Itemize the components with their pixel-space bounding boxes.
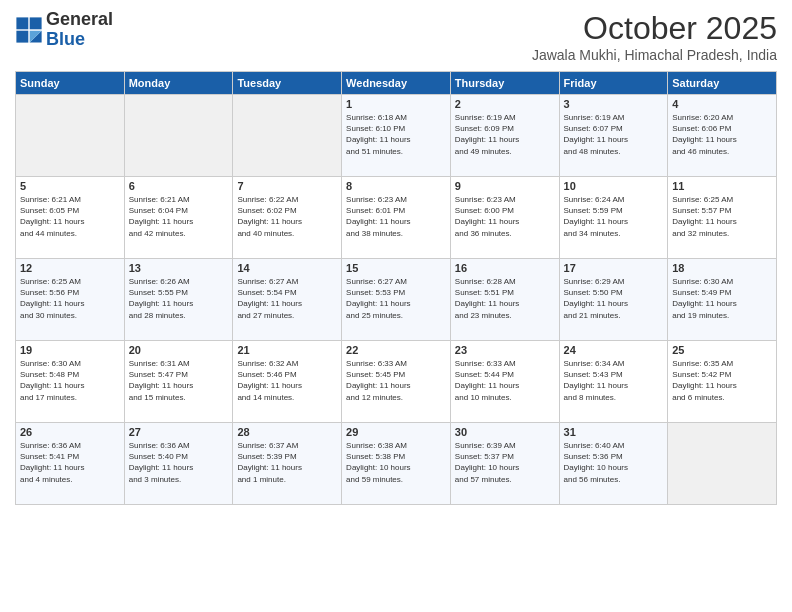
- calendar-cell: 2Sunrise: 6:19 AM Sunset: 6:09 PM Daylig…: [450, 95, 559, 177]
- svg-rect-3: [16, 30, 28, 42]
- logo: General Blue: [15, 10, 113, 50]
- day-number: 15: [346, 262, 446, 274]
- calendar-cell: 21Sunrise: 6:32 AM Sunset: 5:46 PM Dayli…: [233, 341, 342, 423]
- day-number: 19: [20, 344, 120, 356]
- day-info: Sunrise: 6:40 AM Sunset: 5:36 PM Dayligh…: [564, 440, 664, 485]
- day-number: 30: [455, 426, 555, 438]
- day-info: Sunrise: 6:21 AM Sunset: 6:05 PM Dayligh…: [20, 194, 120, 239]
- day-number: 3: [564, 98, 664, 110]
- svg-rect-1: [16, 17, 28, 29]
- day-info: Sunrise: 6:39 AM Sunset: 5:37 PM Dayligh…: [455, 440, 555, 485]
- calendar-cell: 9Sunrise: 6:23 AM Sunset: 6:00 PM Daylig…: [450, 177, 559, 259]
- calendar-cell: 30Sunrise: 6:39 AM Sunset: 5:37 PM Dayli…: [450, 423, 559, 505]
- day-info: Sunrise: 6:23 AM Sunset: 6:00 PM Dayligh…: [455, 194, 555, 239]
- day-number: 5: [20, 180, 120, 192]
- day-info: Sunrise: 6:35 AM Sunset: 5:42 PM Dayligh…: [672, 358, 772, 403]
- day-info: Sunrise: 6:22 AM Sunset: 6:02 PM Dayligh…: [237, 194, 337, 239]
- day-number: 27: [129, 426, 229, 438]
- day-number: 25: [672, 344, 772, 356]
- day-number: 6: [129, 180, 229, 192]
- day-info: Sunrise: 6:25 AM Sunset: 5:57 PM Dayligh…: [672, 194, 772, 239]
- calendar-cell: 18Sunrise: 6:30 AM Sunset: 5:49 PM Dayli…: [668, 259, 777, 341]
- day-number: 10: [564, 180, 664, 192]
- day-number: 23: [455, 344, 555, 356]
- calendar-week-3: 12Sunrise: 6:25 AM Sunset: 5:56 PM Dayli…: [16, 259, 777, 341]
- day-info: Sunrise: 6:25 AM Sunset: 5:56 PM Dayligh…: [20, 276, 120, 321]
- day-number: 4: [672, 98, 772, 110]
- calendar-week-2: 5Sunrise: 6:21 AM Sunset: 6:05 PM Daylig…: [16, 177, 777, 259]
- day-number: 13: [129, 262, 229, 274]
- calendar-cell: 25Sunrise: 6:35 AM Sunset: 5:42 PM Dayli…: [668, 341, 777, 423]
- calendar-cell: 6Sunrise: 6:21 AM Sunset: 6:04 PM Daylig…: [124, 177, 233, 259]
- day-number: 22: [346, 344, 446, 356]
- day-header-monday: Monday: [124, 72, 233, 95]
- day-number: 20: [129, 344, 229, 356]
- location: Jawala Mukhi, Himachal Pradesh, India: [532, 47, 777, 63]
- day-info: Sunrise: 6:19 AM Sunset: 6:07 PM Dayligh…: [564, 112, 664, 157]
- calendar-cell: [233, 95, 342, 177]
- day-info: Sunrise: 6:30 AM Sunset: 5:48 PM Dayligh…: [20, 358, 120, 403]
- calendar-container: General Blue October 2025 Jawala Mukhi, …: [0, 0, 792, 513]
- day-info: Sunrise: 6:30 AM Sunset: 5:49 PM Dayligh…: [672, 276, 772, 321]
- day-info: Sunrise: 6:29 AM Sunset: 5:50 PM Dayligh…: [564, 276, 664, 321]
- calendar-cell: 7Sunrise: 6:22 AM Sunset: 6:02 PM Daylig…: [233, 177, 342, 259]
- day-info: Sunrise: 6:27 AM Sunset: 5:54 PM Dayligh…: [237, 276, 337, 321]
- day-number: 31: [564, 426, 664, 438]
- day-info: Sunrise: 6:20 AM Sunset: 6:06 PM Dayligh…: [672, 112, 772, 157]
- day-number: 7: [237, 180, 337, 192]
- calendar-cell: [668, 423, 777, 505]
- day-info: Sunrise: 6:19 AM Sunset: 6:09 PM Dayligh…: [455, 112, 555, 157]
- calendar-cell: 24Sunrise: 6:34 AM Sunset: 5:43 PM Dayli…: [559, 341, 668, 423]
- day-number: 26: [20, 426, 120, 438]
- day-info: Sunrise: 6:33 AM Sunset: 5:44 PM Dayligh…: [455, 358, 555, 403]
- calendar-body: 1Sunrise: 6:18 AM Sunset: 6:10 PM Daylig…: [16, 95, 777, 505]
- day-number: 8: [346, 180, 446, 192]
- calendar-cell: 13Sunrise: 6:26 AM Sunset: 5:55 PM Dayli…: [124, 259, 233, 341]
- calendar-cell: 23Sunrise: 6:33 AM Sunset: 5:44 PM Dayli…: [450, 341, 559, 423]
- day-header-tuesday: Tuesday: [233, 72, 342, 95]
- calendar-cell: 20Sunrise: 6:31 AM Sunset: 5:47 PM Dayli…: [124, 341, 233, 423]
- day-info: Sunrise: 6:34 AM Sunset: 5:43 PM Dayligh…: [564, 358, 664, 403]
- title-block: October 2025 Jawala Mukhi, Himachal Prad…: [532, 10, 777, 63]
- logo-text: General Blue: [46, 10, 113, 50]
- day-info: Sunrise: 6:18 AM Sunset: 6:10 PM Dayligh…: [346, 112, 446, 157]
- calendar-cell: 27Sunrise: 6:36 AM Sunset: 5:40 PM Dayli…: [124, 423, 233, 505]
- calendar-header-row: SundayMondayTuesdayWednesdayThursdayFrid…: [16, 72, 777, 95]
- day-info: Sunrise: 6:27 AM Sunset: 5:53 PM Dayligh…: [346, 276, 446, 321]
- day-header-sunday: Sunday: [16, 72, 125, 95]
- calendar-cell: 12Sunrise: 6:25 AM Sunset: 5:56 PM Dayli…: [16, 259, 125, 341]
- calendar-week-5: 26Sunrise: 6:36 AM Sunset: 5:41 PM Dayli…: [16, 423, 777, 505]
- day-info: Sunrise: 6:24 AM Sunset: 5:59 PM Dayligh…: [564, 194, 664, 239]
- calendar-cell: [124, 95, 233, 177]
- day-number: 11: [672, 180, 772, 192]
- calendar-table: SundayMondayTuesdayWednesdayThursdayFrid…: [15, 71, 777, 505]
- calendar-cell: 17Sunrise: 6:29 AM Sunset: 5:50 PM Dayli…: [559, 259, 668, 341]
- calendar-cell: 5Sunrise: 6:21 AM Sunset: 6:05 PM Daylig…: [16, 177, 125, 259]
- logo-icon: [15, 16, 43, 44]
- calendar-cell: 26Sunrise: 6:36 AM Sunset: 5:41 PM Dayli…: [16, 423, 125, 505]
- day-info: Sunrise: 6:26 AM Sunset: 5:55 PM Dayligh…: [129, 276, 229, 321]
- day-info: Sunrise: 6:36 AM Sunset: 5:41 PM Dayligh…: [20, 440, 120, 485]
- svg-rect-2: [30, 17, 42, 29]
- day-number: 28: [237, 426, 337, 438]
- month-title: October 2025: [532, 10, 777, 47]
- calendar-cell: 3Sunrise: 6:19 AM Sunset: 6:07 PM Daylig…: [559, 95, 668, 177]
- calendar-cell: 29Sunrise: 6:38 AM Sunset: 5:38 PM Dayli…: [342, 423, 451, 505]
- day-info: Sunrise: 6:23 AM Sunset: 6:01 PM Dayligh…: [346, 194, 446, 239]
- calendar-cell: 11Sunrise: 6:25 AM Sunset: 5:57 PM Dayli…: [668, 177, 777, 259]
- day-info: Sunrise: 6:38 AM Sunset: 5:38 PM Dayligh…: [346, 440, 446, 485]
- calendar-cell: 1Sunrise: 6:18 AM Sunset: 6:10 PM Daylig…: [342, 95, 451, 177]
- day-info: Sunrise: 6:31 AM Sunset: 5:47 PM Dayligh…: [129, 358, 229, 403]
- day-header-saturday: Saturday: [668, 72, 777, 95]
- calendar-cell: 22Sunrise: 6:33 AM Sunset: 5:45 PM Dayli…: [342, 341, 451, 423]
- logo-blue: Blue: [46, 29, 85, 49]
- calendar-cell: 19Sunrise: 6:30 AM Sunset: 5:48 PM Dayli…: [16, 341, 125, 423]
- calendar-cell: 15Sunrise: 6:27 AM Sunset: 5:53 PM Dayli…: [342, 259, 451, 341]
- day-header-thursday: Thursday: [450, 72, 559, 95]
- logo-general: General: [46, 9, 113, 29]
- day-number: 21: [237, 344, 337, 356]
- calendar-cell: 4Sunrise: 6:20 AM Sunset: 6:06 PM Daylig…: [668, 95, 777, 177]
- day-info: Sunrise: 6:32 AM Sunset: 5:46 PM Dayligh…: [237, 358, 337, 403]
- day-number: 2: [455, 98, 555, 110]
- day-number: 1: [346, 98, 446, 110]
